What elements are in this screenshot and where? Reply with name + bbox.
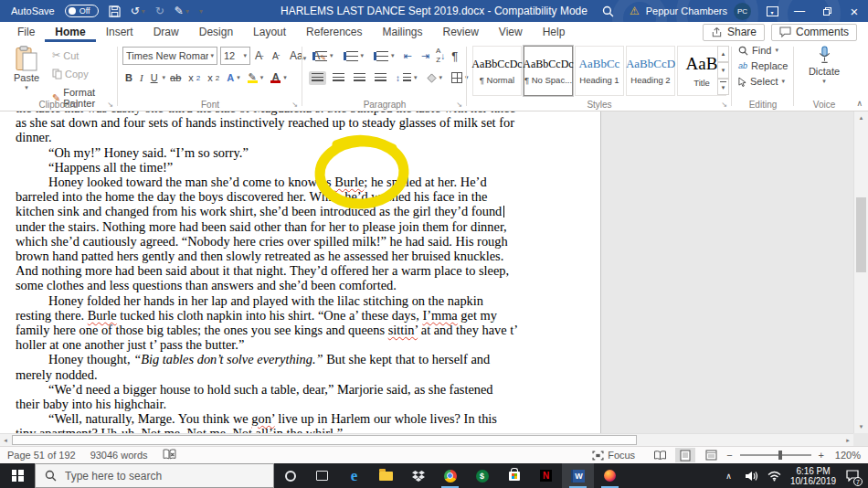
proofing-errors-button[interactable]	[163, 449, 176, 461]
tab-review[interactable]: Review	[433, 22, 489, 42]
taskbar-cortana[interactable]	[274, 463, 306, 488]
tab-layout[interactable]: Layout	[243, 22, 296, 42]
taskbar-word[interactable]: W	[562, 463, 594, 488]
minimize-button[interactable]: —	[786, 0, 813, 22]
taskbar-finance-app[interactable]: $	[466, 463, 498, 488]
search-input[interactable]	[65, 470, 238, 483]
restore-button[interactable]	[813, 0, 841, 22]
highlight-color-button[interactable]: ✎ ▾	[245, 70, 267, 85]
styles-more-button[interactable]: ▾	[717, 79, 729, 95]
shrink-font-button[interactable]: A ˇ	[270, 50, 285, 62]
align-right-button[interactable]	[351, 71, 368, 85]
justify-button[interactable]	[372, 71, 389, 85]
tab-insert[interactable]: Insert	[96, 22, 143, 42]
copy-button[interactable]: Copy	[49, 67, 117, 81]
touch-mouse-mode-button[interactable]: ✎ ▾	[175, 5, 189, 17]
close-button[interactable]: ×	[841, 0, 868, 22]
tab-help[interactable]: Help	[533, 22, 576, 42]
tab-view[interactable]: View	[489, 22, 533, 42]
focus-mode-button[interactable]: Focus	[592, 450, 635, 461]
strikethrough-button[interactable]: ab	[167, 70, 184, 85]
italic-button[interactable]: I	[137, 70, 146, 85]
print-layout-button[interactable]	[675, 448, 695, 462]
scroll-down-button[interactable]: ▾	[854, 420, 868, 433]
paragraph-dialog-launcher[interactable]: ↘	[456, 101, 462, 109]
action-center-button[interactable]: 7	[841, 463, 863, 488]
style-normal[interactable]: AaBbCcDc ¶ Normal	[472, 46, 522, 96]
taskbar-file-explorer[interactable]	[370, 463, 402, 488]
page-indicator[interactable]: Page 51 of 192	[7, 450, 76, 461]
tab-references[interactable]: References	[296, 22, 372, 42]
font-size-combo[interactable]: 12 ▾	[220, 47, 250, 65]
bold-button[interactable]: B	[122, 70, 135, 85]
scroll-left-button[interactable]: ◂	[0, 434, 11, 446]
comments-button[interactable]: Comments	[771, 24, 857, 41]
tab-mailings[interactable]: Mailings	[372, 22, 432, 42]
horizontal-scrollbar[interactable]: ◂ ▸	[0, 433, 853, 446]
search-button[interactable]	[595, 0, 622, 22]
document-page[interactable]: the table that was easily one-third the …	[0, 111, 601, 433]
clipboard-dialog-launcher[interactable]: ↘	[107, 101, 113, 109]
vertical-scrollbar-thumb[interactable]	[856, 197, 866, 272]
text-effects-button[interactable]: A ▾	[224, 70, 242, 85]
wifi-button[interactable]	[763, 463, 786, 488]
share-button[interactable]: Share	[703, 24, 765, 41]
clock[interactable]: 6:16 PM 10/16/2019	[786, 466, 841, 486]
collapse-ribbon-button[interactable]: ∧	[856, 99, 863, 108]
account-area[interactable]: ⚠ Peppur Chambers PC	[622, 3, 758, 20]
taskbar-dropbox[interactable]	[402, 463, 434, 488]
customize-quick-access-button[interactable]: ▾	[199, 7, 203, 16]
font-family-combo[interactable]: Times New Roman ▾	[122, 47, 217, 65]
zoom-in-button[interactable]: +	[819, 450, 824, 461]
horizontal-scrollbar-thumb[interactable]	[12, 435, 637, 445]
superscript-button[interactable]: x2	[205, 70, 222, 85]
avatar[interactable]: PC	[734, 3, 751, 20]
styles-scroll-up-button[interactable]: ▴	[717, 46, 729, 62]
show-formatting-marks-button[interactable]: ¶	[449, 48, 460, 65]
styles-scroll-down-button[interactable]: ▾	[717, 62, 729, 79]
zoom-slider-thumb[interactable]	[778, 451, 782, 460]
underline-button[interactable]: U	[148, 70, 161, 85]
replace-button[interactable]: ab Replace	[738, 60, 793, 71]
word-count[interactable]: 93046 words	[90, 450, 148, 461]
redo-button-disabled[interactable]: ↻	[155, 5, 164, 17]
paste-button[interactable]: Paste ▾	[7, 46, 46, 99]
tray-overflow-button[interactable]: ∧	[717, 463, 740, 488]
zoom-level[interactable]: 120%	[831, 450, 861, 461]
style-heading-1[interactable]: AaBbCc Heading 1	[575, 46, 624, 96]
scroll-up-button[interactable]: ▴	[854, 111, 868, 124]
zoom-out-button[interactable]: −	[726, 450, 732, 461]
taskbar-task-view[interactable]	[306, 463, 338, 488]
zoom-slider[interactable]	[740, 454, 811, 456]
sort-button[interactable]: AZ ↓	[436, 47, 445, 65]
tab-design[interactable]: Design	[189, 22, 243, 42]
style-no-spacing[interactable]: AaBbCcDc ¶ No Spac...	[524, 46, 573, 96]
taskbar-edge[interactable]: e	[338, 463, 370, 488]
tab-draw[interactable]: Draw	[143, 22, 189, 42]
align-center-button[interactable]	[330, 71, 347, 85]
scroll-right-button[interactable]: ▸	[842, 434, 853, 446]
numbering-button[interactable]: ▾	[340, 49, 367, 63]
cut-button[interactable]: ✂ Cut	[49, 48, 117, 63]
bullets-button[interactable]: ▾	[309, 49, 336, 63]
taskbar-microsoft-store[interactable]	[498, 463, 530, 488]
select-button[interactable]: Select ▾	[738, 76, 793, 87]
taskbar-paint3d[interactable]	[594, 463, 626, 488]
tab-home[interactable]: Home	[45, 22, 95, 42]
subscript-button[interactable]: x2	[185, 70, 203, 85]
shading-button[interactable]: ▾	[424, 71, 446, 85]
taskbar-search[interactable]	[35, 463, 274, 488]
dictate-button[interactable]: Dictate ▾	[795, 46, 853, 85]
web-layout-button[interactable]	[701, 448, 721, 462]
styles-dialog-launcher[interactable]: ↘	[721, 101, 727, 109]
taskbar-netflix[interactable]: N	[530, 463, 562, 488]
undo-button[interactable]: ↺ ▾	[131, 5, 145, 17]
style-heading-2[interactable]: AaBbCcD Heading 2	[626, 46, 675, 96]
volume-button[interactable]	[740, 463, 763, 488]
multilevel-list-button[interactable]: ▾	[370, 49, 397, 63]
grow-font-button[interactable]: A ˆ	[253, 48, 268, 63]
read-mode-button[interactable]	[650, 448, 670, 462]
align-left-button[interactable]	[309, 71, 326, 85]
autosave-toggle[interactable]: Off	[65, 5, 99, 17]
font-color-button[interactable]: A ▾	[268, 70, 290, 85]
